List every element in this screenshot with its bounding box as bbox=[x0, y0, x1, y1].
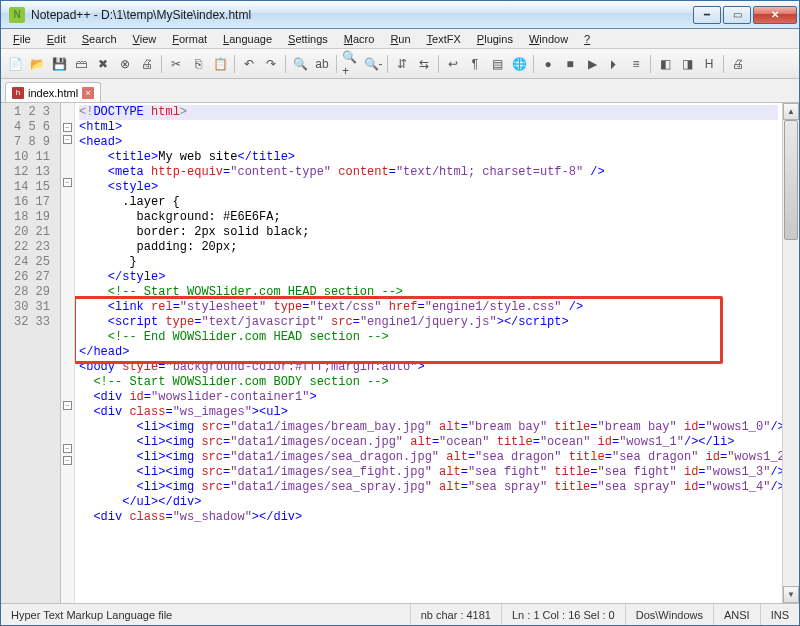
window-title: Notepad++ - D:\1\temp\MySite\index.html bbox=[31, 8, 691, 22]
toolbar-open-icon[interactable]: 📂 bbox=[27, 54, 47, 74]
toolbar-lang-icon[interactable]: 🌐 bbox=[509, 54, 529, 74]
line-number-gutter: 1 2 3 4 5 6 7 8 9 10 11 12 13 14 15 16 1… bbox=[1, 103, 61, 603]
code-line: <!DOCTYPE html> bbox=[79, 105, 778, 120]
code-line: padding: 20px; bbox=[79, 240, 778, 255]
tab-close-icon[interactable]: × bbox=[82, 87, 94, 99]
code-line: <li><img src="data1/images/sea_dragon.jp… bbox=[79, 450, 778, 465]
titlebar: N Notepad++ - D:\1\temp\MySite\index.htm… bbox=[1, 1, 799, 29]
toolbar-separator bbox=[387, 55, 388, 73]
menu-format[interactable]: Format bbox=[164, 31, 215, 47]
toolbar-stop-icon[interactable]: ■ bbox=[560, 54, 580, 74]
code-line: <link rel="stylesheet" type="text/css" h… bbox=[79, 300, 778, 315]
window-maximize-button[interactable]: ▭ bbox=[723, 6, 751, 24]
toolbar-app1-icon[interactable]: ◧ bbox=[655, 54, 675, 74]
code-line: </head> bbox=[79, 345, 778, 360]
fold-toggle[interactable]: − bbox=[63, 401, 72, 410]
fold-toggle[interactable]: − bbox=[63, 456, 72, 465]
status-position: Ln : 1 Col : 16 Sel : 0 bbox=[502, 604, 626, 625]
toolbar-separator bbox=[161, 55, 162, 73]
toolbar-separator bbox=[438, 55, 439, 73]
status-insert-mode: INS bbox=[761, 604, 799, 625]
toolbar-separator bbox=[533, 55, 534, 73]
menu-language[interactable]: Language bbox=[215, 31, 280, 47]
code-line: <html> bbox=[79, 120, 778, 135]
menu-search[interactable]: Search bbox=[74, 31, 125, 47]
toolbar-cut-icon[interactable]: ✂ bbox=[166, 54, 186, 74]
fold-toggle[interactable]: − bbox=[63, 178, 72, 187]
fold-toggle[interactable]: − bbox=[63, 123, 72, 132]
toolbar-copy-icon[interactable]: ⎘ bbox=[188, 54, 208, 74]
file-tab[interactable]: h index.html × bbox=[5, 82, 101, 102]
fold-toggle[interactable]: − bbox=[63, 135, 72, 144]
vertical-scrollbar[interactable]: ▲ ▼ bbox=[782, 103, 799, 603]
toolbar-find-icon[interactable]: 🔍 bbox=[290, 54, 310, 74]
code-line: background: #E6E6FA; bbox=[79, 210, 778, 225]
toolbar-indent-icon[interactable]: ▤ bbox=[487, 54, 507, 74]
code-line: <script type="text/javascript" src="engi… bbox=[79, 315, 778, 330]
toolbar-save-icon[interactable]: 💾 bbox=[49, 54, 69, 74]
menu-[interactable]: ? bbox=[576, 31, 598, 47]
code-line: <li><img src="data1/images/sea_spray.jpg… bbox=[79, 480, 778, 495]
toolbar-separator bbox=[336, 55, 337, 73]
toolbar-zoom-out-icon[interactable]: 🔍- bbox=[363, 54, 383, 74]
code-line: <title>My web site</title> bbox=[79, 150, 778, 165]
code-line: <li><img src="data1/images/bream_bay.jpg… bbox=[79, 420, 778, 435]
toolbar-zoom-in-icon[interactable]: 🔍+ bbox=[341, 54, 361, 74]
toolbar-separator bbox=[650, 55, 651, 73]
menu-textfx[interactable]: TextFX bbox=[419, 31, 469, 47]
fold-column[interactable]: −−−−−− bbox=[61, 103, 75, 603]
menu-macro[interactable]: Macro bbox=[336, 31, 383, 47]
toolbar-sync-h-icon[interactable]: ⇆ bbox=[414, 54, 434, 74]
toolbar-print2-icon[interactable]: 🖨 bbox=[728, 54, 748, 74]
toolbar-close-icon[interactable]: ✖ bbox=[93, 54, 113, 74]
toolbar-allchars-icon[interactable]: ¶ bbox=[465, 54, 485, 74]
window-minimize-button[interactable]: ━ bbox=[693, 6, 721, 24]
code-line: <style> bbox=[79, 180, 778, 195]
window-close-button[interactable]: ✕ bbox=[753, 6, 797, 24]
toolbar-rec-icon[interactable]: ● bbox=[538, 54, 558, 74]
code-line: <div class="ws_shadow"></div> bbox=[79, 510, 778, 525]
status-encoding: ANSI bbox=[714, 604, 761, 625]
code-area[interactable]: <!DOCTYPE html><html><head> <title>My we… bbox=[75, 103, 782, 603]
status-eol: Dos\Windows bbox=[626, 604, 714, 625]
code-line: <!-- End WOWSlider.com HEAD section --> bbox=[79, 330, 778, 345]
code-line: </ul></div> bbox=[79, 495, 778, 510]
toolbar-print-icon[interactable]: 🖨 bbox=[137, 54, 157, 74]
menu-window[interactable]: Window bbox=[521, 31, 576, 47]
code-line: border: 2px solid black; bbox=[79, 225, 778, 240]
menu-run[interactable]: Run bbox=[382, 31, 418, 47]
code-line: <div class="ws_images"><ul> bbox=[79, 405, 778, 420]
code-line: .layer { bbox=[79, 195, 778, 210]
toolbar-separator bbox=[723, 55, 724, 73]
toolbar-saveall-icon[interactable]: 🗃 bbox=[71, 54, 91, 74]
menu-settings[interactable]: Settings bbox=[280, 31, 336, 47]
toolbar-app2-icon[interactable]: ◨ bbox=[677, 54, 697, 74]
toolbar-play2-icon[interactable]: ⏵ bbox=[604, 54, 624, 74]
toolbar-new-icon[interactable]: 📄 bbox=[5, 54, 25, 74]
toolbar-play-icon[interactable]: ▶ bbox=[582, 54, 602, 74]
toolbar-closeall-icon[interactable]: ⊗ bbox=[115, 54, 135, 74]
scroll-down-button[interactable]: ▼ bbox=[783, 586, 799, 603]
toolbar-sync-v-icon[interactable]: ⇵ bbox=[392, 54, 412, 74]
code-line: </style> bbox=[79, 270, 778, 285]
scroll-up-button[interactable]: ▲ bbox=[783, 103, 799, 120]
menubar: FileEditSearchViewFormatLanguageSettings… bbox=[1, 29, 799, 49]
menu-file[interactable]: File bbox=[5, 31, 39, 47]
toolbar-wrap-icon[interactable]: ↩ bbox=[443, 54, 463, 74]
scroll-track[interactable] bbox=[783, 120, 799, 586]
code-line: <!-- Start WOWSlider.com BODY section --… bbox=[79, 375, 778, 390]
toolbar-undo-icon[interactable]: ↶ bbox=[239, 54, 259, 74]
fold-toggle[interactable]: − bbox=[63, 444, 72, 453]
toolbar-paste-icon[interactable]: 📋 bbox=[210, 54, 230, 74]
toolbar-redo-icon[interactable]: ↷ bbox=[261, 54, 281, 74]
statusbar: Hyper Text Markup Language file nb char … bbox=[1, 603, 799, 625]
scroll-thumb[interactable] bbox=[784, 120, 798, 240]
toolbar-separator bbox=[285, 55, 286, 73]
menu-edit[interactable]: Edit bbox=[39, 31, 74, 47]
menu-plugins[interactable]: Plugins bbox=[469, 31, 521, 47]
toolbar-bold-icon[interactable]: H bbox=[699, 54, 719, 74]
toolbar-savemacro-icon[interactable]: ≡ bbox=[626, 54, 646, 74]
toolbar-replace-icon[interactable]: ab bbox=[312, 54, 332, 74]
status-chars: nb char : 4181 bbox=[411, 604, 502, 625]
menu-view[interactable]: View bbox=[125, 31, 165, 47]
